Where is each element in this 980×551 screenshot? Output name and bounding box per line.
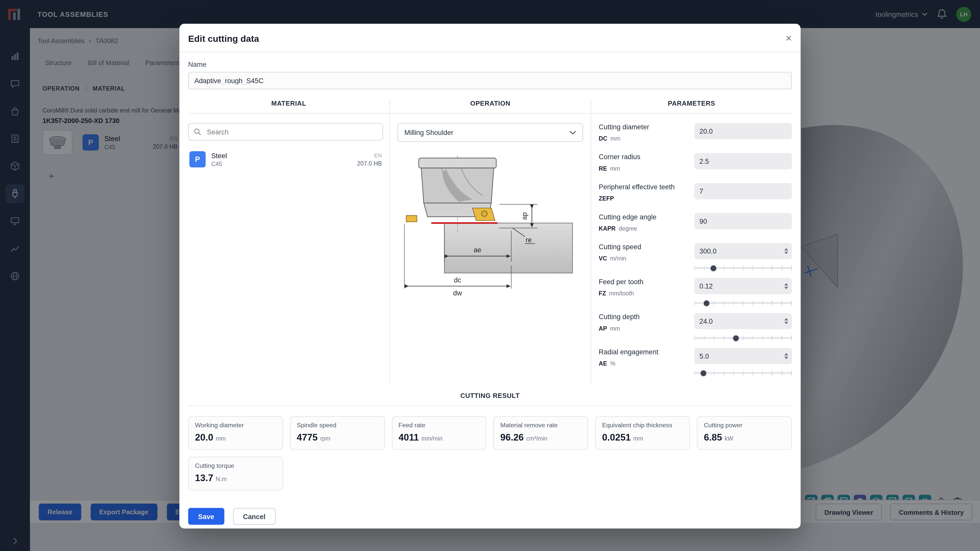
diagram-label-ae: ae <box>473 246 481 254</box>
param-label: Radial engagement <box>599 348 659 356</box>
param-label: Peripheral effective teeth <box>599 183 675 191</box>
diagram-label-re: re <box>525 236 531 244</box>
param-stepper-input[interactable]: 300.0 <box>694 243 792 259</box>
param-stepper-input[interactable]: 5.0 <box>694 348 792 364</box>
param-feed-per-tooth: Feed per tooth FZmm/tooth 0.12 <box>599 278 792 307</box>
modal-footer: Save Cancel <box>188 508 792 525</box>
operation-select[interactable]: Milling Shoulder <box>398 123 583 141</box>
result-value: 4775 <box>297 432 318 442</box>
result-value: 20.0 <box>195 432 213 442</box>
result-label: Material remove rate <box>500 422 581 429</box>
param-peripheral-teeth: Peripheral effective teeth ZEFP 7 <box>599 183 792 202</box>
param-cutting-edge-angle: Cutting edge angle KAPRdegree 90 <box>599 213 792 232</box>
diagram-label-dc: dc <box>453 276 461 284</box>
cutting-diagram: ap re ae <box>402 154 579 303</box>
result-material-remove-rate: Material remove rate 96.26cm³/min <box>493 416 588 450</box>
diagram-label-ap: ap <box>520 212 528 220</box>
material-name: Steel <box>211 151 227 159</box>
param-unit: % <box>610 360 616 367</box>
material-column-header: MATERIAL <box>188 99 390 114</box>
app-root: TOOL ASSEMBLIES toolingmetrics LH <box>0 0 980 551</box>
result-label: Cutting torque <box>195 462 276 469</box>
name-label: Name <box>188 61 792 68</box>
result-feed-rate: Feed rate 4011mm/min <box>392 416 487 450</box>
result-unit: rpm <box>320 435 330 441</box>
name-input[interactable] <box>188 72 792 89</box>
param-cutting-speed: Cutting speed VCm/min 300.0 <box>599 243 792 272</box>
result-working-diameter: Working diameter 20.0mm <box>188 416 283 450</box>
material-grade: C45 <box>211 160 227 167</box>
result-value: 6.85 <box>704 432 722 442</box>
cancel-button[interactable]: Cancel <box>233 508 275 525</box>
param-slider[interactable] <box>694 369 792 376</box>
param-code: ZEFP <box>599 195 614 202</box>
param-label: Corner radius <box>599 153 640 161</box>
param-slider[interactable] <box>694 264 792 272</box>
edit-cutting-data-modal: Edit cutting data × Name MATERIAL P <box>180 24 800 529</box>
parameters-column: PARAMETERS Cutting diameter DCmm 20.0 Co… <box>590 99 792 383</box>
result-chip-thickness: Equivalent chip thickness 0.0251mm <box>595 416 690 450</box>
param-stepper-input[interactable]: 0.12 <box>694 278 792 294</box>
modal-header: Edit cutting data × <box>180 24 800 52</box>
result-cutting-torque: Cutting torque 13.7N.m <box>188 457 283 490</box>
edit-columns: MATERIAL P Steel C45 <box>188 99 792 383</box>
stepper-icon[interactable] <box>783 283 789 289</box>
diagram-label-dw: dw <box>453 289 462 297</box>
param-label: Cutting depth <box>599 313 640 321</box>
param-unit: mm/tooth <box>609 290 634 297</box>
close-icon[interactable]: × <box>786 33 792 44</box>
save-button[interactable]: Save <box>188 508 224 525</box>
param-cutting-diameter: Cutting diameter DCmm 20.0 <box>599 123 792 141</box>
param-unit: mm <box>610 165 620 172</box>
result-value: 0.0251 <box>602 432 631 442</box>
param-code: DC <box>599 135 608 142</box>
result-unit: kW <box>724 435 733 441</box>
param-input[interactable]: 90 <box>694 213 792 229</box>
param-unit: mm <box>610 325 620 332</box>
param-code: RE <box>599 165 607 172</box>
result-cutting-power: Cutting power 6.85kW <box>697 416 792 450</box>
param-code: KAPR <box>599 225 616 232</box>
stepper-icon[interactable] <box>783 248 789 254</box>
param-unit: degree <box>619 225 637 232</box>
operation-value: Milling Shoulder <box>404 129 453 136</box>
param-input[interactable]: 20.0 <box>694 123 792 139</box>
result-label: Feed rate <box>399 422 480 429</box>
search-input[interactable] <box>206 127 377 136</box>
material-column: MATERIAL P Steel C45 <box>188 99 390 383</box>
material-search[interactable] <box>188 123 383 141</box>
material-standard: EN <box>357 152 382 158</box>
result-unit: mm <box>216 435 226 441</box>
result-label: Spindle speed <box>297 422 378 429</box>
param-input[interactable]: 7 <box>694 183 792 200</box>
param-stepper-input[interactable]: 24.0 <box>694 313 792 329</box>
param-code: AE <box>599 360 607 367</box>
stepper-icon[interactable] <box>783 353 789 359</box>
param-label: Cutting edge angle <box>599 213 656 221</box>
search-icon <box>194 128 201 135</box>
modal-title: Edit cutting data <box>188 33 259 43</box>
stepper-icon[interactable] <box>783 318 789 324</box>
result-label: Equivalent chip thickness <box>602 422 683 429</box>
result-value: 13.7 <box>195 472 213 483</box>
operation-column-header: OPERATION <box>390 99 590 114</box>
param-code: FZ <box>599 290 606 297</box>
param-slider[interactable] <box>694 299 792 306</box>
slider-thumb[interactable] <box>710 265 717 272</box>
param-slider[interactable] <box>694 334 792 341</box>
parameters-column-header: PARAMETERS <box>591 99 792 114</box>
param-code: AP <box>599 325 607 332</box>
slider-thumb[interactable] <box>703 300 710 306</box>
operation-column: OPERATION Milling Shoulder <box>390 99 591 383</box>
material-list-item[interactable]: P Steel C45 EN 207.0 HB <box>188 149 383 170</box>
material-type-badge: P <box>189 151 206 168</box>
result-unit: mm <box>633 435 643 441</box>
material-hardness: 207.0 HB <box>357 160 382 167</box>
param-corner-radius: Corner radius REmm 2.5 <box>599 153 792 171</box>
result-label: Working diameter <box>195 422 276 429</box>
result-unit: N.m <box>216 475 227 483</box>
cutting-results: Working diameter 20.0mm Spindle speed 47… <box>188 416 792 490</box>
result-value: 4011 <box>399 432 419 442</box>
param-radial-engagement: Radial engagement AE% 5.0 <box>599 348 792 377</box>
param-input[interactable]: 2.5 <box>694 153 792 169</box>
